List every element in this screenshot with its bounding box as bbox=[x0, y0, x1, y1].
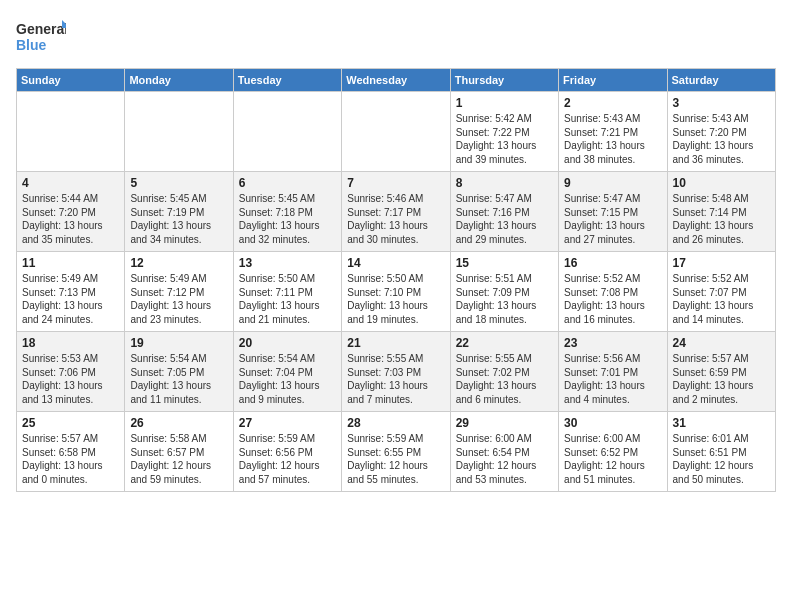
week-row-1: 1Sunrise: 5:42 AM Sunset: 7:22 PM Daylig… bbox=[17, 92, 776, 172]
day-cell: 22Sunrise: 5:55 AM Sunset: 7:02 PM Dayli… bbox=[450, 332, 558, 412]
day-info: Sunrise: 5:58 AM Sunset: 6:57 PM Dayligh… bbox=[130, 432, 227, 486]
weekday-header-friday: Friday bbox=[559, 69, 667, 92]
day-info: Sunrise: 5:49 AM Sunset: 7:13 PM Dayligh… bbox=[22, 272, 119, 326]
svg-text:General: General bbox=[16, 21, 66, 37]
day-cell: 13Sunrise: 5:50 AM Sunset: 7:11 PM Dayli… bbox=[233, 252, 341, 332]
day-info: Sunrise: 5:51 AM Sunset: 7:09 PM Dayligh… bbox=[456, 272, 553, 326]
day-cell bbox=[125, 92, 233, 172]
day-cell: 14Sunrise: 5:50 AM Sunset: 7:10 PM Dayli… bbox=[342, 252, 450, 332]
week-row-3: 11Sunrise: 5:49 AM Sunset: 7:13 PM Dayli… bbox=[17, 252, 776, 332]
day-number: 30 bbox=[564, 416, 661, 430]
day-number: 21 bbox=[347, 336, 444, 350]
day-number: 7 bbox=[347, 176, 444, 190]
day-info: Sunrise: 5:47 AM Sunset: 7:15 PM Dayligh… bbox=[564, 192, 661, 246]
day-number: 14 bbox=[347, 256, 444, 270]
day-info: Sunrise: 5:53 AM Sunset: 7:06 PM Dayligh… bbox=[22, 352, 119, 406]
day-info: Sunrise: 5:57 AM Sunset: 6:59 PM Dayligh… bbox=[673, 352, 770, 406]
day-cell: 8Sunrise: 5:47 AM Sunset: 7:16 PM Daylig… bbox=[450, 172, 558, 252]
day-number: 18 bbox=[22, 336, 119, 350]
day-info: Sunrise: 5:57 AM Sunset: 6:58 PM Dayligh… bbox=[22, 432, 119, 486]
weekday-header-sunday: Sunday bbox=[17, 69, 125, 92]
day-cell: 9Sunrise: 5:47 AM Sunset: 7:15 PM Daylig… bbox=[559, 172, 667, 252]
day-cell bbox=[342, 92, 450, 172]
day-info: Sunrise: 5:45 AM Sunset: 7:19 PM Dayligh… bbox=[130, 192, 227, 246]
day-number: 26 bbox=[130, 416, 227, 430]
day-cell: 10Sunrise: 5:48 AM Sunset: 7:14 PM Dayli… bbox=[667, 172, 775, 252]
day-cell: 7Sunrise: 5:46 AM Sunset: 7:17 PM Daylig… bbox=[342, 172, 450, 252]
day-info: Sunrise: 5:56 AM Sunset: 7:01 PM Dayligh… bbox=[564, 352, 661, 406]
week-row-4: 18Sunrise: 5:53 AM Sunset: 7:06 PM Dayli… bbox=[17, 332, 776, 412]
day-info: Sunrise: 5:52 AM Sunset: 7:07 PM Dayligh… bbox=[673, 272, 770, 326]
day-number: 15 bbox=[456, 256, 553, 270]
day-number: 6 bbox=[239, 176, 336, 190]
day-number: 10 bbox=[673, 176, 770, 190]
day-info: Sunrise: 5:43 AM Sunset: 7:21 PM Dayligh… bbox=[564, 112, 661, 166]
day-number: 17 bbox=[673, 256, 770, 270]
day-cell: 15Sunrise: 5:51 AM Sunset: 7:09 PM Dayli… bbox=[450, 252, 558, 332]
day-cell: 12Sunrise: 5:49 AM Sunset: 7:12 PM Dayli… bbox=[125, 252, 233, 332]
day-cell: 3Sunrise: 5:43 AM Sunset: 7:20 PM Daylig… bbox=[667, 92, 775, 172]
day-cell bbox=[233, 92, 341, 172]
day-info: Sunrise: 5:54 AM Sunset: 7:05 PM Dayligh… bbox=[130, 352, 227, 406]
day-info: Sunrise: 5:46 AM Sunset: 7:17 PM Dayligh… bbox=[347, 192, 444, 246]
calendar-table: SundayMondayTuesdayWednesdayThursdayFrid… bbox=[16, 68, 776, 492]
day-cell: 23Sunrise: 5:56 AM Sunset: 7:01 PM Dayli… bbox=[559, 332, 667, 412]
day-number: 29 bbox=[456, 416, 553, 430]
day-info: Sunrise: 6:01 AM Sunset: 6:51 PM Dayligh… bbox=[673, 432, 770, 486]
day-info: Sunrise: 5:48 AM Sunset: 7:14 PM Dayligh… bbox=[673, 192, 770, 246]
logo-svg: General Blue bbox=[16, 16, 66, 58]
day-number: 23 bbox=[564, 336, 661, 350]
day-cell: 30Sunrise: 6:00 AM Sunset: 6:52 PM Dayli… bbox=[559, 412, 667, 492]
weekday-header-thursday: Thursday bbox=[450, 69, 558, 92]
day-cell: 26Sunrise: 5:58 AM Sunset: 6:57 PM Dayli… bbox=[125, 412, 233, 492]
day-number: 22 bbox=[456, 336, 553, 350]
day-cell: 19Sunrise: 5:54 AM Sunset: 7:05 PM Dayli… bbox=[125, 332, 233, 412]
day-number: 25 bbox=[22, 416, 119, 430]
day-number: 3 bbox=[673, 96, 770, 110]
day-number: 5 bbox=[130, 176, 227, 190]
weekday-header-wednesday: Wednesday bbox=[342, 69, 450, 92]
day-cell: 25Sunrise: 5:57 AM Sunset: 6:58 PM Dayli… bbox=[17, 412, 125, 492]
day-info: Sunrise: 5:44 AM Sunset: 7:20 PM Dayligh… bbox=[22, 192, 119, 246]
day-info: Sunrise: 5:50 AM Sunset: 7:10 PM Dayligh… bbox=[347, 272, 444, 326]
day-number: 31 bbox=[673, 416, 770, 430]
weekday-header-saturday: Saturday bbox=[667, 69, 775, 92]
day-cell: 11Sunrise: 5:49 AM Sunset: 7:13 PM Dayli… bbox=[17, 252, 125, 332]
day-cell: 27Sunrise: 5:59 AM Sunset: 6:56 PM Dayli… bbox=[233, 412, 341, 492]
day-number: 16 bbox=[564, 256, 661, 270]
day-cell: 31Sunrise: 6:01 AM Sunset: 6:51 PM Dayli… bbox=[667, 412, 775, 492]
day-number: 28 bbox=[347, 416, 444, 430]
day-cell: 20Sunrise: 5:54 AM Sunset: 7:04 PM Dayli… bbox=[233, 332, 341, 412]
weekday-header-tuesday: Tuesday bbox=[233, 69, 341, 92]
page-header: General Blue bbox=[16, 16, 776, 58]
day-number: 24 bbox=[673, 336, 770, 350]
day-info: Sunrise: 5:49 AM Sunset: 7:12 PM Dayligh… bbox=[130, 272, 227, 326]
day-cell: 17Sunrise: 5:52 AM Sunset: 7:07 PM Dayli… bbox=[667, 252, 775, 332]
day-info: Sunrise: 5:55 AM Sunset: 7:02 PM Dayligh… bbox=[456, 352, 553, 406]
logo: General Blue bbox=[16, 16, 66, 58]
day-number: 9 bbox=[564, 176, 661, 190]
day-info: Sunrise: 5:59 AM Sunset: 6:56 PM Dayligh… bbox=[239, 432, 336, 486]
weekday-header-monday: Monday bbox=[125, 69, 233, 92]
day-info: Sunrise: 5:54 AM Sunset: 7:04 PM Dayligh… bbox=[239, 352, 336, 406]
day-info: Sunrise: 5:59 AM Sunset: 6:55 PM Dayligh… bbox=[347, 432, 444, 486]
day-number: 8 bbox=[456, 176, 553, 190]
day-cell: 6Sunrise: 5:45 AM Sunset: 7:18 PM Daylig… bbox=[233, 172, 341, 252]
day-number: 20 bbox=[239, 336, 336, 350]
week-row-2: 4Sunrise: 5:44 AM Sunset: 7:20 PM Daylig… bbox=[17, 172, 776, 252]
day-info: Sunrise: 5:45 AM Sunset: 7:18 PM Dayligh… bbox=[239, 192, 336, 246]
day-info: Sunrise: 6:00 AM Sunset: 6:54 PM Dayligh… bbox=[456, 432, 553, 486]
day-info: Sunrise: 5:55 AM Sunset: 7:03 PM Dayligh… bbox=[347, 352, 444, 406]
day-cell: 18Sunrise: 5:53 AM Sunset: 7:06 PM Dayli… bbox=[17, 332, 125, 412]
day-number: 13 bbox=[239, 256, 336, 270]
day-info: Sunrise: 5:47 AM Sunset: 7:16 PM Dayligh… bbox=[456, 192, 553, 246]
day-cell: 21Sunrise: 5:55 AM Sunset: 7:03 PM Dayli… bbox=[342, 332, 450, 412]
weekday-header-row: SundayMondayTuesdayWednesdayThursdayFrid… bbox=[17, 69, 776, 92]
day-info: Sunrise: 5:52 AM Sunset: 7:08 PM Dayligh… bbox=[564, 272, 661, 326]
day-number: 1 bbox=[456, 96, 553, 110]
day-number: 19 bbox=[130, 336, 227, 350]
day-info: Sunrise: 5:42 AM Sunset: 7:22 PM Dayligh… bbox=[456, 112, 553, 166]
day-cell: 28Sunrise: 5:59 AM Sunset: 6:55 PM Dayli… bbox=[342, 412, 450, 492]
day-info: Sunrise: 6:00 AM Sunset: 6:52 PM Dayligh… bbox=[564, 432, 661, 486]
day-cell: 24Sunrise: 5:57 AM Sunset: 6:59 PM Dayli… bbox=[667, 332, 775, 412]
